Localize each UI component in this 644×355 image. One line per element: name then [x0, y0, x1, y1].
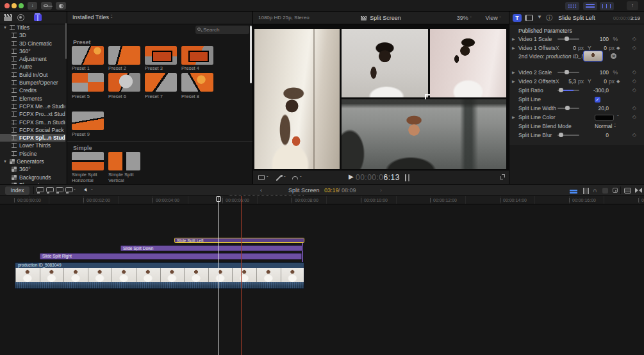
sidebar-item-elements[interactable]: Elements — [0, 95, 65, 103]
preset-7-thumbnail[interactable] — [145, 73, 177, 92]
clear-media-button[interactable]: × — [611, 53, 616, 59]
titles-generators-icon[interactable] — [34, 14, 42, 21]
solo-toggle-button[interactable]: ∩ — [593, 188, 600, 194]
preset-4-thumbnail[interactable] — [181, 46, 213, 65]
sidebar-item-backgrounds[interactable]: Backgrounds — [0, 174, 65, 181]
keyframe-button[interactable]: ◇ — [632, 78, 636, 85]
slider-knob[interactable] — [565, 106, 570, 110]
split-line-checkbox[interactable]: ✓ — [595, 97, 600, 103]
disclosure-icon[interactable]: ▶ — [512, 113, 515, 121]
keyframe-button[interactable]: ◇ — [632, 113, 636, 121]
preset-2-thumbnail[interactable] — [108, 46, 140, 65]
key-button[interactable] — [41, 2, 52, 10]
keyframe-nav-icon[interactable]: ◆ — [616, 44, 620, 52]
sidebar-item-credits[interactable]: Credits — [0, 87, 65, 94]
overwrite-edit-button[interactable] — [65, 187, 72, 194]
search-input[interactable] — [203, 26, 247, 34]
x-offset-field[interactable]: 0 — [561, 44, 576, 52]
disclosure-open-icon[interactable]: ▼ — [3, 24, 7, 31]
keyframe-nav-icon[interactable]: ◆ — [616, 78, 620, 85]
sidebar-item-3d[interactable]: 3D — [0, 31, 65, 39]
media-import-icon[interactable] — [4, 14, 12, 21]
preset-6-thumbnail[interactable] — [108, 73, 140, 92]
timeline-toggle-button[interactable] — [583, 2, 597, 10]
simple-split-vertical-thumbnail[interactable] — [108, 152, 140, 170]
sidebar-item-bumper-opener[interactable]: Bumper/Opener — [0, 79, 65, 87]
chevron-down-icon[interactable]: ˇ — [91, 188, 93, 194]
chevron-down-icon[interactable]: ˇ — [617, 113, 619, 121]
split-corner-handle[interactable] — [425, 94, 430, 99]
split-line-width-slider[interactable] — [557, 108, 579, 109]
browser-scrollbar[interactable] — [250, 26, 252, 83]
disclosure-open-icon[interactable]: ▼ — [3, 158, 7, 165]
audio-meters-icon[interactable] — [405, 174, 411, 181]
library-dropdown[interactable]: Installed Titlesˆˇ — [72, 14, 112, 21]
zoom-window-button[interactable] — [19, 3, 24, 8]
insert-edit-button[interactable] — [46, 187, 53, 194]
keyframe-button[interactable]: ◇ — [632, 69, 636, 76]
sidebar-item-3d-cinematic[interactable]: 3D Cinematic — [0, 40, 65, 47]
inspector-toggle-button[interactable] — [600, 2, 614, 10]
viewer-view-dropdown[interactable]: View ˇ — [485, 15, 501, 21]
search-field[interactable] — [195, 26, 249, 34]
effects-badge-button[interactable] — [613, 188, 618, 193]
index-button[interactable]: Index — [5, 186, 29, 195]
sidebar-scrollbar[interactable] — [65, 23, 67, 59]
sidebar-item-fcpx-social-pack[interactable]: FCPX Social Pack — [0, 126, 65, 134]
connect-edit-button[interactable] — [37, 187, 44, 194]
keyframe-button[interactable]: ◇ — [632, 87, 636, 94]
sidebar-item-piscine[interactable]: Piscine — [0, 150, 65, 158]
sidebar-item-titles[interactable]: ▼ Titles — [0, 24, 65, 31]
download-button[interactable]: ↓ — [28, 2, 37, 10]
sidebar-item-lower-thirds[interactable]: Lower Thirds — [0, 142, 65, 149]
close-window-button[interactable] — [4, 3, 10, 8]
contrast-button[interactable] — [56, 2, 66, 10]
chevron-down-icon[interactable]: ˇ — [267, 175, 268, 181]
play-button[interactable]: ▶ — [349, 173, 354, 180]
project-forward-button[interactable]: › — [380, 187, 382, 194]
audio-skimming-toggle-button[interactable] — [583, 188, 591, 194]
keyframe-button[interactable]: ◇ — [632, 104, 636, 112]
split-line-blur-slider[interactable] — [557, 135, 579, 136]
clip-appearance-button[interactable] — [624, 188, 631, 194]
chevron-down-icon[interactable]: ˇ — [74, 188, 76, 194]
keyframe-button[interactable]: ◇ — [632, 44, 636, 52]
select-tool-button[interactable]: ▼ — [82, 186, 90, 194]
split-ratio-slider[interactable] — [557, 90, 579, 91]
slider-knob[interactable] — [565, 37, 569, 41]
sidebar-item-fcpx-sm-studio[interactable]: FCPX Sm...n Studio — [0, 119, 65, 126]
viewer-zoom-dropdown[interactable]: 39% ˇ — [457, 15, 472, 21]
sidebar-item-fcpx-pro-studio[interactable]: FCPX Pro...xt Studio — [0, 110, 65, 118]
clip-slide-split-right[interactable]: Slide Split Right — [40, 253, 302, 260]
share-button[interactable]: ↑ — [627, 1, 638, 10]
video1-scale-slider[interactable] — [557, 38, 579, 40]
sidebar-item-fcpx-me-studio[interactable]: FCPX Me...e Studio — [0, 103, 65, 110]
playhead-handle[interactable] — [216, 196, 221, 202]
video2-scale-slider[interactable] — [557, 72, 579, 73]
sidebar-item-build-inout[interactable]: Build In/Out — [0, 71, 65, 79]
disclosure-icon[interactable]: ▶ — [512, 44, 515, 52]
append-edit-button[interactable] — [56, 187, 63, 194]
preset-1-thumbnail[interactable] — [72, 46, 104, 65]
keyframe-button[interactable]: ◇ — [632, 35, 636, 43]
sidebar-item-360[interactable]: 360° — [0, 47, 65, 55]
sidebar-item-fcpx-split-studio-selected[interactable]: FCPX Spl...n Studio — [0, 134, 65, 142]
skimming-toggle-button[interactable] — [570, 188, 577, 194]
y-offset-field[interactable]: 0 — [591, 78, 607, 85]
preset-5-thumbnail[interactable] — [72, 73, 104, 92]
color-swatch[interactable] — [595, 115, 614, 120]
second-video-media-well[interactable] — [583, 51, 603, 62]
browser-toggle-button[interactable] — [565, 2, 579, 10]
chevron-down-icon[interactable]: ˇ — [284, 175, 286, 181]
enhance-button[interactable] — [276, 175, 283, 181]
playhead[interactable] — [219, 196, 219, 355]
sidebar-item-generators[interactable]: ▼ Generators — [0, 158, 65, 165]
preset-8-thumbnail[interactable] — [181, 73, 213, 92]
blend-mode-dropdown[interactable]: Normalˆˇ — [595, 122, 616, 130]
x-offset-field[interactable]: 5,3 — [561, 78, 576, 85]
fullscreen-icon[interactable] — [500, 174, 505, 179]
disclosure-icon[interactable]: ▶ — [512, 35, 515, 43]
slider-knob[interactable] — [559, 88, 563, 92]
keyframe-button[interactable]: ◇ — [632, 131, 636, 139]
audio-meter-button[interactable] — [602, 188, 608, 194]
